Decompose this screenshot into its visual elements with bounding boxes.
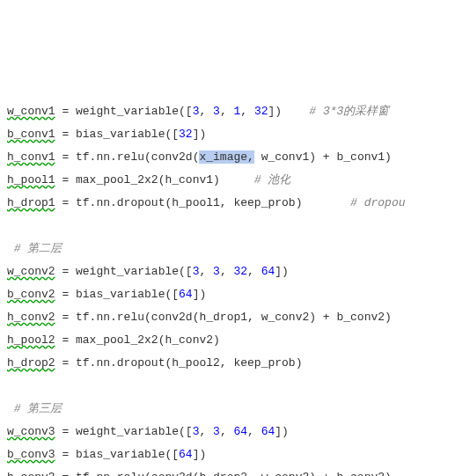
code-token (7, 219, 14, 232)
code-token: ]) (193, 448, 207, 461)
code-token: = weight_variable([ (55, 425, 193, 438)
code-token: = bias_variable([ (55, 128, 179, 141)
code-token: , (220, 265, 234, 278)
code-token: # 3*3的采样窗 (309, 105, 389, 118)
code-token: 64 (261, 265, 275, 278)
code-token: 64 (179, 288, 193, 301)
code-line[interactable]: h_conv3 = tf.nn.relu(conv2d(h_drop2, w_c… (7, 466, 463, 476)
code-token: , (199, 425, 213, 438)
code-token: , (247, 265, 261, 278)
identifier-squiggle: w_conv1 (7, 105, 55, 118)
identifier-squiggle: w_conv2 (7, 265, 55, 278)
code-token: , (240, 105, 254, 118)
identifier-squiggle: b_conv3 (7, 448, 55, 461)
code-token: 32 (254, 105, 268, 118)
code-token: 3 (213, 265, 220, 278)
code-token: w_conv1) + b_conv1) (254, 150, 392, 164)
code-token: , (220, 105, 234, 118)
identifier-squiggle: h_conv2 (7, 311, 55, 324)
code-token: , (247, 150, 254, 164)
code-token: , (247, 425, 261, 438)
code-token: 3 (213, 105, 220, 118)
code-token: ]) (275, 265, 289, 278)
code-token: = bias_variable([ (55, 448, 179, 461)
identifier-squiggle: b_conv2 (7, 288, 55, 301)
code-token: , (220, 425, 234, 438)
code-token: ]) (193, 128, 207, 141)
code-editor-content[interactable]: w_conv1 = weight_variable([3, 3, 1, 32])… (7, 100, 463, 476)
code-line[interactable] (7, 375, 463, 398)
identifier-squiggle: h_conv3 (7, 471, 55, 476)
identifier-squiggle: h_pool2 (7, 333, 55, 347)
code-line[interactable]: h_drop2 = tf.nn.dropout(h_pool2, keep_pr… (7, 352, 463, 375)
code-token: # 第三层 (7, 402, 62, 415)
code-token: 64 (261, 425, 275, 438)
code-token: 64 (233, 425, 247, 438)
code-line[interactable]: h_conv2 = tf.nn.relu(conv2d(h_drop1, w_c… (7, 306, 463, 329)
code-token: = bias_variable([ (55, 288, 179, 301)
code-token: # 第二层 (7, 242, 62, 255)
identifier-squiggle: h_conv1 (7, 150, 55, 164)
code-line[interactable]: w_conv1 = weight_variable([3, 3, 1, 32])… (7, 100, 463, 123)
code-token: , (199, 105, 213, 118)
code-token: # 池化 (254, 173, 291, 187)
code-line[interactable]: b_conv2 = bias_variable([64]) (7, 283, 463, 306)
code-token: # dropou (350, 196, 405, 209)
identifier-squiggle: h_drop1 (7, 196, 55, 209)
code-line[interactable]: b_conv1 = bias_variable([32]) (7, 123, 463, 146)
code-line[interactable]: # 第二层 (7, 238, 463, 260)
code-line[interactable]: # 第三层 (7, 398, 463, 421)
code-token: = max_pool_2x2(h_conv2) (55, 333, 220, 347)
code-token: = tf.nn.relu(conv2d(h_drop1, w_conv2) + … (55, 311, 392, 324)
code-line[interactable]: h_pool1 = max_pool_2x2(h_conv1) # 池化 (7, 169, 463, 192)
identifier-squiggle: w_conv3 (7, 425, 55, 438)
identifier-squiggle: b_conv1 (7, 128, 55, 141)
code-line[interactable]: w_conv2 = weight_variable([3, 3, 32, 64]… (7, 260, 463, 283)
code-token: 64 (179, 448, 193, 461)
code-token: ]) (193, 288, 207, 301)
code-token: = weight_variable([ (55, 265, 193, 278)
code-token: = max_pool_2x2(h_conv1) (55, 173, 254, 187)
code-token: = tf.nn.dropout(h_pool2, keep_prob) (55, 356, 303, 370)
code-line[interactable]: h_drop1 = tf.nn.dropout(h_pool1, keep_pr… (7, 192, 463, 215)
code-token: ]) (275, 425, 289, 438)
code-token: 32 (179, 128, 193, 141)
code-token: ]) (268, 105, 310, 118)
code-token: x_image (199, 150, 247, 164)
identifier-squiggle: h_pool1 (7, 173, 55, 187)
code-token (7, 379, 14, 392)
code-token: = tf.nn.relu(conv2d( (55, 150, 200, 164)
code-token: = weight_variable([ (55, 105, 193, 118)
code-line[interactable]: b_conv3 = bias_variable([64]) (7, 443, 463, 466)
code-token: , (199, 265, 213, 278)
code-line[interactable]: w_conv3 = weight_variable([3, 3, 64, 64]… (7, 421, 463, 443)
code-token: 32 (233, 265, 247, 278)
identifier-squiggle: h_drop2 (7, 356, 55, 370)
code-line[interactable]: h_pool2 = max_pool_2x2(h_conv2) (7, 329, 463, 352)
code-token: = tf.nn.relu(conv2d(h_drop2, w_conv3) + … (55, 471, 392, 476)
code-token: 3 (213, 425, 220, 438)
code-line[interactable] (7, 215, 463, 238)
code-token: = tf.nn.dropout(h_pool1, keep_prob) (55, 196, 350, 209)
code-line[interactable]: h_conv1 = tf.nn.relu(conv2d(x_image, w_c… (7, 146, 463, 169)
